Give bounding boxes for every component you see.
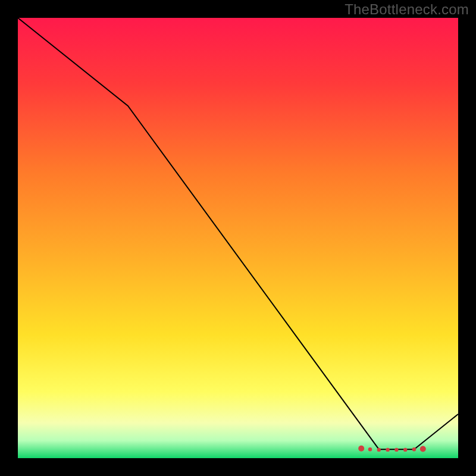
data-marker [377,448,381,452]
data-marker [386,448,389,452]
data-marker [394,448,398,452]
chart-frame: TheBottleneck.com [0,0,476,476]
data-marker [420,446,426,452]
data-marker [403,448,407,452]
gradient-background [18,18,458,458]
chart-svg [18,18,458,458]
data-marker [358,446,364,452]
plot-area [18,18,458,458]
data-marker [412,447,416,451]
data-marker [368,447,372,451]
watermark-text: TheBottleneck.com [345,1,469,18]
